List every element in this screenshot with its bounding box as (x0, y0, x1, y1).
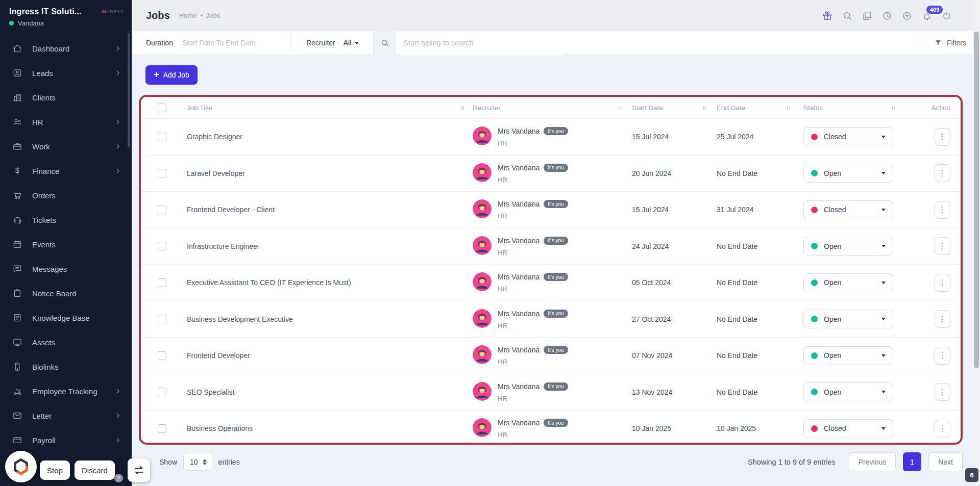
status-select[interactable]: Open (803, 310, 893, 328)
column-status[interactable]: Status (803, 104, 823, 112)
status-select[interactable]: Open (803, 346, 893, 365)
row-checkbox[interactable] (158, 278, 166, 287)
sidebar-item-hr[interactable]: HR (0, 110, 132, 134)
sort-icon[interactable] (785, 104, 792, 112)
job-title-link[interactable]: Business Operations (187, 424, 253, 432)
row-actions-button[interactable]: ⋮ (935, 310, 950, 328)
plus-circle-icon[interactable] (901, 10, 913, 21)
row-checkbox[interactable] (158, 388, 166, 396)
sidebar-item-messages[interactable]: Messages (0, 257, 132, 281)
bell-icon[interactable]: 409 (921, 10, 933, 21)
sidebar-item-letter[interactable]: Letter (0, 403, 132, 428)
job-title-link[interactable]: Business Development Executive (187, 315, 293, 323)
job-title-link[interactable]: SEO Specialist (187, 388, 234, 396)
row-checkbox[interactable] (158, 242, 166, 250)
next-page-button[interactable]: Next (928, 452, 963, 471)
row-actions-button[interactable]: ⋮ (935, 201, 950, 219)
status-select[interactable]: Open (803, 382, 893, 401)
sidebar-item-events[interactable]: Events (0, 232, 132, 257)
recorder-logo[interactable] (5, 451, 37, 482)
status-select[interactable]: Closed (803, 127, 893, 146)
breadcrumb-separator: • (200, 12, 203, 19)
row-checkbox[interactable] (158, 169, 166, 177)
duration-input[interactable] (182, 39, 279, 47)
add-job-button[interactable]: + Add Job (145, 65, 198, 85)
sidebar-item-tickets[interactable]: Tickets (0, 208, 132, 232)
entries-per-page-select[interactable]: 10 (183, 453, 212, 471)
table-row: Infrastructure EngineerMrs VandanaIt's y… (141, 228, 961, 265)
funnel-icon (934, 39, 942, 47)
job-title-link[interactable]: Laravel Developer (187, 169, 245, 177)
column-job-title[interactable]: Job Title (187, 104, 212, 112)
search-icon[interactable] (842, 10, 853, 21)
status-select[interactable]: Open (803, 237, 893, 255)
its-you-badge: It's you (544, 164, 568, 172)
row-actions-button[interactable]: ⋮ (935, 237, 950, 255)
row-actions-button[interactable]: ⋮ (935, 164, 950, 182)
sidebar-item-knowledge-base[interactable]: Knowledge Base (0, 305, 132, 330)
job-title-link[interactable]: Graphic Designer (187, 133, 242, 141)
select-all-checkbox[interactable] (158, 104, 166, 112)
row-actions-button[interactable]: ⋮ (935, 274, 950, 292)
power-icon[interactable] (941, 10, 952, 21)
recruiter-department: HR (498, 322, 568, 329)
previous-page-button[interactable]: Previous (849, 452, 896, 471)
sidebar-item-work[interactable]: Work (0, 134, 132, 159)
gift-icon[interactable] (822, 10, 833, 21)
row-checkbox[interactable] (158, 351, 166, 360)
row-actions-button[interactable]: ⋮ (935, 347, 950, 365)
page-number-button[interactable]: 1 (903, 452, 921, 471)
row-actions-button[interactable]: ⋮ (935, 383, 950, 401)
sidebar-item-employee-tracking[interactable]: Employee Tracking (0, 379, 132, 403)
sidebar-item-notice-board[interactable]: Notice Board (0, 281, 132, 305)
sidebar-item-finance[interactable]: Finance (0, 159, 132, 183)
sidebar-item-assets[interactable]: Assets (0, 330, 132, 354)
status-select[interactable]: Closed (803, 200, 893, 219)
status-select[interactable]: Open (803, 164, 893, 183)
help-icon[interactable]: ? (114, 474, 123, 482)
notes-icon[interactable] (862, 10, 873, 21)
sidebar-item-leads[interactable]: Leads (0, 61, 132, 85)
sidebar-item-payroll[interactable]: Payroll (0, 428, 132, 452)
recruiter-cell: Mrs VandanaIt's youHR (473, 345, 568, 366)
sort-icon[interactable] (616, 104, 624, 112)
workspace-header[interactable]: Ingress IT Soluti... INGRESS Vandana (0, 0, 132, 31)
column-start-date[interactable]: Start Date (632, 104, 663, 112)
stop-button[interactable]: Stop (40, 461, 70, 480)
sort-icon[interactable] (459, 104, 467, 112)
status-select[interactable]: Open (803, 273, 893, 292)
search-input[interactable] (396, 31, 565, 55)
end-date: 10 Jan 2025 (717, 424, 756, 432)
job-title-link[interactable]: Infrastructure Engineer (187, 242, 259, 250)
column-end-date[interactable]: End Date (717, 104, 745, 112)
clock-icon[interactable] (881, 10, 893, 21)
row-checkbox[interactable] (158, 206, 166, 214)
column-recruiter[interactable]: Recruiter (473, 104, 501, 112)
job-title-link[interactable]: Frontend Developer - Client (187, 206, 275, 214)
breadcrumb-home[interactable]: Home (179, 12, 197, 19)
sidebar-item-dashboard[interactable]: Dashboard (0, 36, 132, 61)
job-title-link[interactable]: Executive Assistant To CEO (IT Experienc… (187, 278, 351, 287)
start-date: 20 Jun 2024 (632, 169, 671, 177)
filters-button[interactable]: Filters (920, 31, 980, 55)
swap-arrows-button[interactable] (128, 458, 150, 482)
discard-button[interactable]: Discard (75, 461, 115, 480)
row-checkbox[interactable] (158, 133, 166, 141)
row-checkbox[interactable] (158, 424, 166, 433)
row-actions-button[interactable]: ⋮ (935, 420, 950, 438)
sidebar-item-orders[interactable]: Orders (0, 183, 132, 208)
page-scrollbar-thumb[interactable] (974, 32, 979, 368)
sort-icon[interactable] (701, 104, 708, 112)
caret-down-icon (881, 391, 886, 393)
page-scrollbar[interactable] (973, 0, 980, 486)
row-actions-button[interactable]: ⋮ (935, 128, 950, 146)
recruiter-dropdown[interactable]: All (344, 39, 359, 47)
sidebar-item-clients[interactable]: Clients (0, 85, 132, 110)
sort-icon[interactable] (890, 104, 897, 112)
sidebar-item-biolinks[interactable]: Biolinks (0, 354, 132, 379)
job-title-link[interactable]: Frontend Developer (187, 351, 250, 360)
status-select[interactable]: Closed (803, 419, 893, 438)
row-checkbox[interactable] (158, 315, 166, 323)
corner-count-badge[interactable]: 6 (965, 468, 978, 482)
sidebar-scrollbar[interactable] (128, 33, 130, 147)
